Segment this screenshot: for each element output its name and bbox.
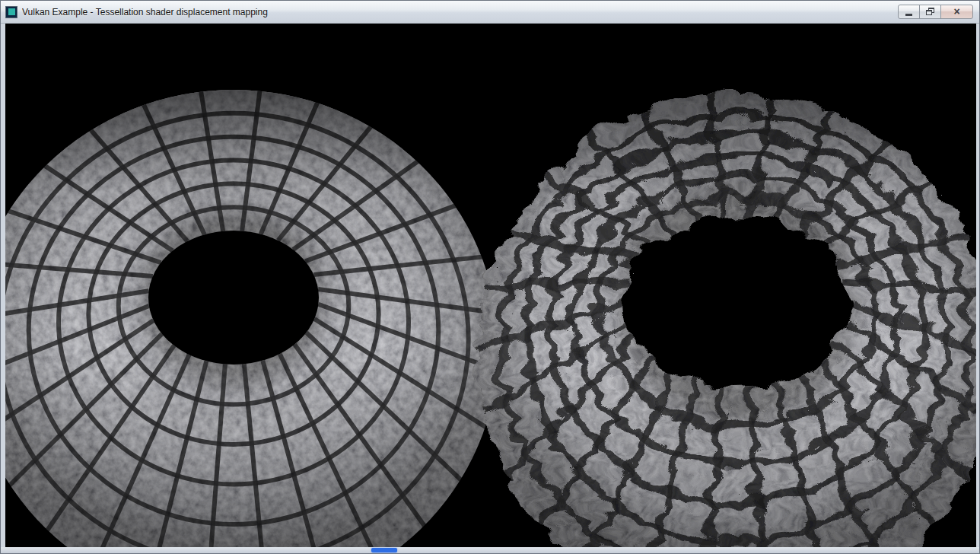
window-controls: × <box>899 5 973 19</box>
taskbar-peek-blue <box>371 548 397 552</box>
torus-hole <box>618 212 846 383</box>
window-bottom-border <box>1 547 979 553</box>
window-title: Vulkan Example - Tessellation shader dis… <box>22 7 268 18</box>
app-icon-glyph <box>8 8 15 15</box>
restore-button[interactable] <box>919 5 941 19</box>
restore-icon <box>926 8 935 16</box>
titlebar[interactable]: Vulkan Example - Tessellation shader dis… <box>1 1 979 24</box>
vulkan-example-app-icon <box>5 6 18 18</box>
render-viewport[interactable] <box>5 24 975 547</box>
minimize-icon <box>905 14 912 16</box>
minimize-button[interactable] <box>898 5 920 19</box>
torus-hole <box>148 231 319 365</box>
app-window: Vulkan Example - Tessellation shader dis… <box>0 0 980 554</box>
vulkan-3d-scene[interactable] <box>5 24 976 549</box>
close-button[interactable]: × <box>940 5 973 19</box>
close-icon: × <box>953 5 959 18</box>
